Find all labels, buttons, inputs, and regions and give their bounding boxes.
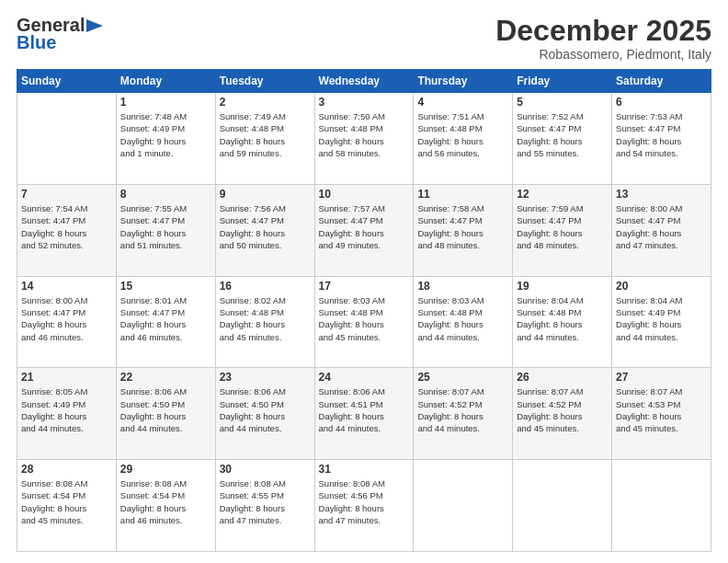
day-info: Sunrise: 7:48 AMSunset: 4:49 PMDaylight:… xyxy=(120,110,211,159)
header: General Blue December 2025 Robassomero, … xyxy=(17,15,711,62)
day-info: Sunrise: 7:49 AMSunset: 4:48 PMDaylight:… xyxy=(220,110,311,159)
day-number: 12 xyxy=(517,188,608,201)
col-friday: Friday xyxy=(513,70,612,93)
table-row: 20Sunrise: 8:04 AMSunset: 4:49 PMDayligh… xyxy=(612,276,711,368)
day-number: 27 xyxy=(616,371,707,384)
table-row: 8Sunrise: 7:55 AMSunset: 4:47 PMDaylight… xyxy=(116,184,215,276)
day-info: Sunrise: 8:00 AMSunset: 4:47 PMDaylight:… xyxy=(616,202,707,251)
day-info: Sunrise: 8:02 AMSunset: 4:48 PMDaylight:… xyxy=(220,294,311,343)
table-row: 18Sunrise: 8:03 AMSunset: 4:48 PMDayligh… xyxy=(414,276,513,368)
day-info: Sunrise: 7:51 AMSunset: 4:48 PMDaylight:… xyxy=(417,110,508,159)
table-row: 11Sunrise: 7:58 AMSunset: 4:47 PMDayligh… xyxy=(414,184,513,276)
month-title: December 2025 xyxy=(495,15,711,47)
day-number: 26 xyxy=(517,371,608,384)
day-number: 22 xyxy=(120,371,211,384)
table-row: 25Sunrise: 8:07 AMSunset: 4:52 PMDayligh… xyxy=(414,368,513,460)
day-info: Sunrise: 7:52 AMSunset: 4:47 PMDaylight:… xyxy=(517,110,608,159)
table-row: 7Sunrise: 7:54 AMSunset: 4:47 PMDaylight… xyxy=(17,184,117,276)
day-info: Sunrise: 8:05 AMSunset: 4:49 PMDaylight:… xyxy=(21,385,112,434)
table-row: 27Sunrise: 8:07 AMSunset: 4:53 PMDayligh… xyxy=(612,368,711,460)
day-info: Sunrise: 8:03 AMSunset: 4:48 PMDaylight:… xyxy=(319,294,410,343)
day-info: Sunrise: 8:06 AMSunset: 4:51 PMDaylight:… xyxy=(319,385,410,434)
col-tuesday: Tuesday xyxy=(215,70,314,93)
table-row: 15Sunrise: 8:01 AMSunset: 4:47 PMDayligh… xyxy=(116,276,215,368)
day-number: 18 xyxy=(417,280,508,293)
table-row xyxy=(612,460,711,552)
table-row: 24Sunrise: 8:06 AMSunset: 4:51 PMDayligh… xyxy=(314,368,414,460)
table-row: 12Sunrise: 7:59 AMSunset: 4:47 PMDayligh… xyxy=(513,184,612,276)
calendar-week-row: 7Sunrise: 7:54 AMSunset: 4:47 PMDaylight… xyxy=(17,184,711,276)
day-number: 16 xyxy=(220,280,311,293)
day-number: 8 xyxy=(120,188,211,201)
table-row: 14Sunrise: 8:00 AMSunset: 4:47 PMDayligh… xyxy=(17,276,117,368)
table-row: 6Sunrise: 7:53 AMSunset: 4:47 PMDaylight… xyxy=(612,93,711,185)
location: Robassomero, Piedmont, Italy xyxy=(495,47,711,62)
table-row: 29Sunrise: 8:08 AMSunset: 4:54 PMDayligh… xyxy=(116,460,215,552)
day-info: Sunrise: 7:54 AMSunset: 4:47 PMDaylight:… xyxy=(21,202,112,251)
title-area: December 2025 Robassomero, Piedmont, Ita… xyxy=(495,15,711,62)
svg-marker-0 xyxy=(86,19,103,32)
day-number: 23 xyxy=(220,371,311,384)
col-monday: Monday xyxy=(116,70,215,93)
day-number: 25 xyxy=(417,371,508,384)
calendar: Sunday Monday Tuesday Wednesday Thursday… xyxy=(17,69,711,552)
table-row xyxy=(17,93,117,185)
day-number: 19 xyxy=(517,280,608,293)
page: General Blue December 2025 Robassomero, … xyxy=(0,0,728,563)
day-info: Sunrise: 8:07 AMSunset: 4:52 PMDaylight:… xyxy=(517,385,608,434)
logo: General Blue xyxy=(17,15,103,53)
day-number: 29 xyxy=(120,463,211,476)
table-row: 2Sunrise: 7:49 AMSunset: 4:48 PMDaylight… xyxy=(215,93,314,185)
table-row: 28Sunrise: 8:08 AMSunset: 4:54 PMDayligh… xyxy=(17,460,117,552)
day-number: 4 xyxy=(417,96,508,109)
day-number: 31 xyxy=(319,463,410,476)
day-info: Sunrise: 8:06 AMSunset: 4:50 PMDaylight:… xyxy=(220,385,311,434)
day-info: Sunrise: 7:53 AMSunset: 4:47 PMDaylight:… xyxy=(616,110,707,159)
table-row: 30Sunrise: 8:08 AMSunset: 4:55 PMDayligh… xyxy=(215,460,314,552)
day-info: Sunrise: 8:03 AMSunset: 4:48 PMDaylight:… xyxy=(417,294,508,343)
logo-blue: Blue xyxy=(17,32,56,53)
calendar-week-row: 1Sunrise: 7:48 AMSunset: 4:49 PMDaylight… xyxy=(17,93,711,185)
day-number: 30 xyxy=(220,463,311,476)
day-number: 13 xyxy=(616,188,707,201)
day-info: Sunrise: 8:07 AMSunset: 4:53 PMDaylight:… xyxy=(616,385,707,434)
day-info: Sunrise: 8:01 AMSunset: 4:47 PMDaylight:… xyxy=(120,294,211,343)
table-row: 19Sunrise: 8:04 AMSunset: 4:48 PMDayligh… xyxy=(513,276,612,368)
calendar-header-row: Sunday Monday Tuesday Wednesday Thursday… xyxy=(17,70,711,93)
day-info: Sunrise: 7:55 AMSunset: 4:47 PMDaylight:… xyxy=(120,202,211,251)
col-wednesday: Wednesday xyxy=(314,70,414,93)
day-info: Sunrise: 8:08 AMSunset: 4:55 PMDaylight:… xyxy=(220,477,311,526)
day-number: 28 xyxy=(21,463,112,476)
table-row: 1Sunrise: 7:48 AMSunset: 4:49 PMDaylight… xyxy=(116,93,215,185)
table-row: 13Sunrise: 8:00 AMSunset: 4:47 PMDayligh… xyxy=(612,184,711,276)
day-number: 1 xyxy=(120,96,211,109)
day-info: Sunrise: 7:50 AMSunset: 4:48 PMDaylight:… xyxy=(319,110,410,159)
day-info: Sunrise: 7:56 AMSunset: 4:47 PMDaylight:… xyxy=(220,202,311,251)
table-row: 5Sunrise: 7:52 AMSunset: 4:47 PMDaylight… xyxy=(513,93,612,185)
table-row: 4Sunrise: 7:51 AMSunset: 4:48 PMDaylight… xyxy=(414,93,513,185)
day-number: 10 xyxy=(319,188,410,201)
day-number: 24 xyxy=(319,371,410,384)
table-row: 17Sunrise: 8:03 AMSunset: 4:48 PMDayligh… xyxy=(314,276,414,368)
logo-flag-icon xyxy=(86,19,103,32)
col-thursday: Thursday xyxy=(414,70,513,93)
day-info: Sunrise: 8:08 AMSunset: 4:54 PMDaylight:… xyxy=(21,477,112,526)
col-sunday: Sunday xyxy=(17,70,117,93)
day-number: 6 xyxy=(616,96,707,109)
day-info: Sunrise: 8:06 AMSunset: 4:50 PMDaylight:… xyxy=(120,385,211,434)
day-info: Sunrise: 8:08 AMSunset: 4:54 PMDaylight:… xyxy=(120,477,211,526)
table-row: 31Sunrise: 8:08 AMSunset: 4:56 PMDayligh… xyxy=(314,460,414,552)
table-row: 22Sunrise: 8:06 AMSunset: 4:50 PMDayligh… xyxy=(116,368,215,460)
day-info: Sunrise: 8:07 AMSunset: 4:52 PMDaylight:… xyxy=(417,385,508,434)
table-row xyxy=(513,460,612,552)
table-row: 16Sunrise: 8:02 AMSunset: 4:48 PMDayligh… xyxy=(215,276,314,368)
day-info: Sunrise: 7:57 AMSunset: 4:47 PMDaylight:… xyxy=(319,202,410,251)
day-info: Sunrise: 8:04 AMSunset: 4:48 PMDaylight:… xyxy=(517,294,608,343)
day-info: Sunrise: 7:59 AMSunset: 4:47 PMDaylight:… xyxy=(517,202,608,251)
day-number: 15 xyxy=(120,280,211,293)
day-info: Sunrise: 8:08 AMSunset: 4:56 PMDaylight:… xyxy=(319,477,410,526)
day-number: 21 xyxy=(21,371,112,384)
day-info: Sunrise: 8:00 AMSunset: 4:47 PMDaylight:… xyxy=(21,294,112,343)
day-number: 7 xyxy=(21,188,112,201)
table-row: 21Sunrise: 8:05 AMSunset: 4:49 PMDayligh… xyxy=(17,368,117,460)
